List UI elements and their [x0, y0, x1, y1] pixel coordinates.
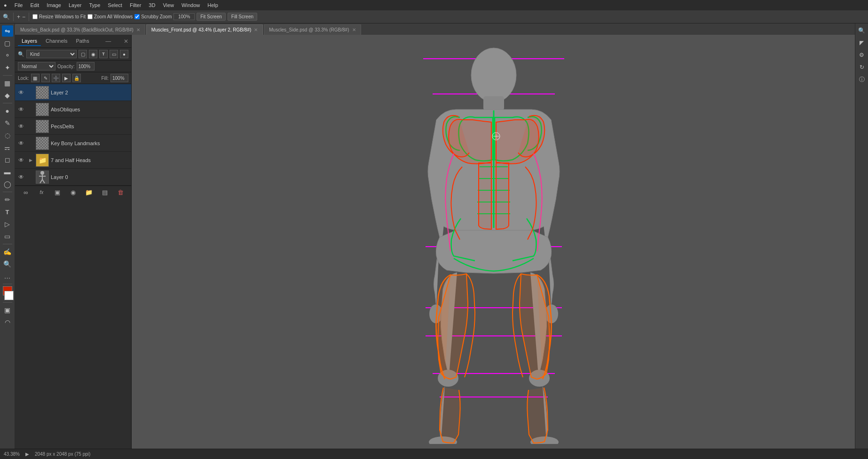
panel-arrange-button[interactable]: ◤: [857, 38, 867, 48]
menu-help[interactable]: Help: [207, 2, 218, 8]
panel-collapse-button[interactable]: —: [105, 38, 111, 45]
layer-item-pecsdelts[interactable]: 👁 PecsDelts: [15, 118, 131, 135]
type-tool[interactable]: T: [2, 206, 13, 218]
paths-tab[interactable]: Paths: [72, 37, 93, 46]
shape-tool[interactable]: ▭: [2, 231, 13, 242]
layer-item-absobliques[interactable]: 👁 AbsObliques: [15, 101, 131, 118]
fit-screen-button[interactable]: Fit Screen: [197, 13, 226, 21]
layer-item-layer2[interactable]: 👁 Layer 2: [15, 84, 131, 101]
panel-history-button[interactable]: ↻: [857, 62, 867, 72]
lock-paint-btn[interactable]: ✎: [41, 74, 50, 82]
status-arrow[interactable]: ▶: [25, 451, 29, 457]
layer-item-keybonylandmarks[interactable]: 👁 Key Bony Landmarks: [15, 135, 131, 152]
spot-heal-tool[interactable]: ●: [2, 105, 13, 117]
fill-screen-button[interactable]: Fill Screen: [228, 13, 257, 21]
tab-muscles-back[interactable]: Muscles_Back.psd @ 33.3% (BackBlockOut, …: [15, 24, 145, 35]
filter-pixel-btn[interactable]: ▢: [79, 50, 87, 58]
layer-link-button[interactable]: ∞: [21, 188, 31, 197]
background-color[interactable]: [4, 291, 14, 300]
zoom-out-icon[interactable]: −: [22, 14, 25, 20]
7halfheads-expand[interactable]: ▶: [27, 157, 34, 163]
panel-options-button[interactable]: ⚙: [857, 50, 867, 60]
layer-item-layer0[interactable]: 👁 Layer 0: [15, 169, 131, 186]
layer-item-7halfheads[interactable]: 👁 ▶ 📁 7 and Half Heads: [15, 152, 131, 169]
7halfheads-visibility[interactable]: 👁: [17, 156, 25, 164]
zoom-all-windows-checkbox[interactable]: Zoom All Windows: [87, 14, 133, 19]
crop-tool[interactable]: ▦: [2, 78, 13, 89]
menu-edit[interactable]: Edit: [30, 2, 39, 8]
gradient-tool[interactable]: ▬: [2, 166, 13, 178]
zoom-level-input[interactable]: [174, 13, 195, 20]
eraser-tool[interactable]: ◻: [2, 154, 13, 165]
screen-mode-toggle[interactable]: ◠: [2, 317, 13, 328]
tab-muscles-front[interactable]: Muscles_Front.psd @ 43.4% (Layer 2, RGB/…: [146, 24, 263, 35]
history-brush-tool[interactable]: ⚎: [2, 142, 13, 153]
keybony-visibility[interactable]: 👁: [17, 139, 25, 148]
menu-file[interactable]: File: [15, 2, 23, 8]
layers-tab[interactable]: Layers: [18, 37, 41, 46]
lasso-tool[interactable]: ⚬: [2, 50, 13, 61]
pecsdelts-visibility[interactable]: 👁: [17, 122, 25, 131]
layers-search-icon: 🔍: [18, 51, 24, 57]
menu-select[interactable]: Select: [108, 2, 122, 8]
menu-bar: ● File Edit Image Layer Type Select Filt…: [0, 0, 868, 10]
panel-close-button[interactable]: ✕: [124, 38, 128, 45]
zoom-tool[interactable]: 🔍: [2, 258, 13, 270]
blend-mode-dropdown[interactable]: Normal Multiply Screen Overlay Soft Ligh…: [18, 62, 55, 70]
channels-tab[interactable]: Channels: [42, 37, 71, 46]
quick-mask-toggle[interactable]: ▣: [2, 304, 13, 316]
layer0-name: Layer 0: [51, 174, 129, 180]
scrubby-zoom-checkbox[interactable]: Scrubby Zoom: [134, 14, 172, 19]
tab-close-front[interactable]: ✕: [254, 27, 258, 32]
layer-mask-button[interactable]: ▣: [53, 188, 62, 197]
filter-shape-btn[interactable]: ▭: [110, 50, 118, 58]
marquee-tool[interactable]: ▢: [2, 38, 13, 49]
panel-search-button[interactable]: 🔍: [857, 25, 867, 36]
layer2-visibility[interactable]: 👁: [17, 88, 25, 97]
layer-new-button[interactable]: ▤: [100, 188, 110, 197]
lock-artboard-btn[interactable]: ▶: [62, 74, 71, 82]
hand-tool[interactable]: ✍: [2, 246, 13, 257]
menu-ps[interactable]: ●: [4, 2, 7, 8]
pen-tool[interactable]: ✏: [2, 194, 13, 205]
tab-close-side[interactable]: ✕: [352, 27, 356, 32]
panel-info-button[interactable]: ⓘ: [857, 74, 867, 85]
fill-input[interactable]: [110, 74, 128, 82]
filter-smart-btn[interactable]: ●: [120, 50, 128, 58]
menu-3d[interactable]: 3D: [149, 2, 155, 8]
brush-tool[interactable]: ✎: [2, 117, 13, 129]
lock-all-btn[interactable]: 🔒: [72, 74, 81, 82]
tool-sep2: [3, 103, 12, 103]
lock-transparent-btn[interactable]: ▦: [31, 74, 39, 82]
absobliques-visibility[interactable]: 👁: [17, 105, 25, 114]
layer-fx-button[interactable]: fx: [37, 188, 46, 197]
tab-muscles-side[interactable]: Muscles_Side.psd @ 33.3% (RGB/8#) ✕: [264, 24, 361, 35]
zoom-in-icon[interactable]: +: [17, 14, 20, 20]
menu-filter[interactable]: Filter: [130, 2, 141, 8]
filter-adjust-btn[interactable]: ◉: [89, 50, 97, 58]
layer-delete-button[interactable]: 🗑: [116, 188, 125, 197]
layers-blend-bar: Normal Multiply Screen Overlay Soft Ligh…: [15, 61, 131, 72]
opacity-input[interactable]: [77, 62, 95, 70]
clone-tool[interactable]: ◌: [2, 130, 13, 141]
layer-adjustment-button[interactable]: ◉: [68, 188, 78, 197]
more-tools[interactable]: …: [2, 271, 13, 282]
layers-kind-dropdown[interactable]: Kind Name Effect Mode Attribute Color Sm…: [26, 50, 77, 58]
path-select-tool[interactable]: ▷: [2, 218, 13, 230]
menu-type[interactable]: Type: [89, 2, 100, 8]
menu-view[interactable]: View: [163, 2, 174, 8]
tab-close-back[interactable]: ✕: [136, 27, 140, 32]
layer-group-button[interactable]: 📁: [84, 188, 94, 197]
layers-panel: Layers Channels Paths — ✕ 🔍 Kind Name Ef…: [15, 35, 132, 449]
resize-windows-checkbox[interactable]: Resize Windows to Fit: [32, 14, 86, 19]
move-tool[interactable]: ⇋: [2, 25, 13, 37]
menu-image[interactable]: Image: [47, 2, 61, 8]
eyedropper-tool[interactable]: ◆: [2, 90, 13, 101]
menu-layer[interactable]: Layer: [69, 2, 82, 8]
layer0-visibility[interactable]: 👁: [17, 173, 25, 181]
dodge-tool[interactable]: ◯: [2, 179, 13, 190]
menu-window[interactable]: Window: [181, 2, 200, 8]
filter-type-btn[interactable]: T: [99, 50, 108, 58]
lock-move-btn[interactable]: ➕: [52, 74, 60, 82]
magic-wand-tool[interactable]: ✦: [2, 62, 13, 73]
